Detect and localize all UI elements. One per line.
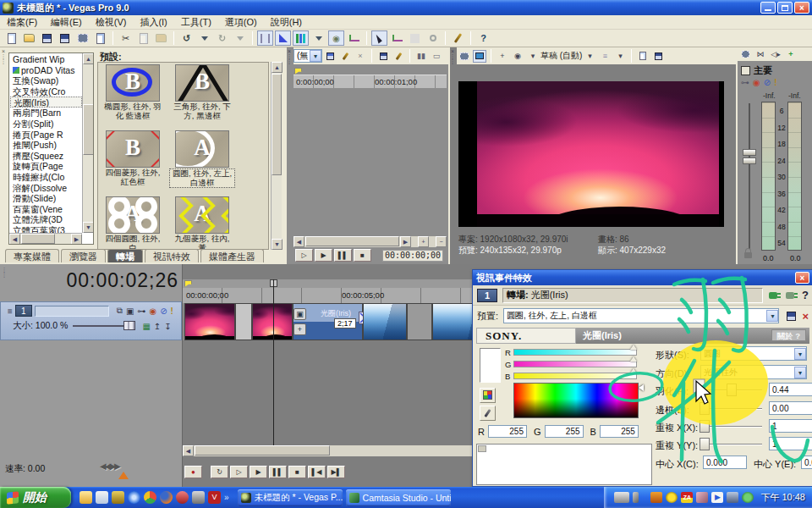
center-x-field[interactable] [703, 456, 747, 469]
menu-options[interactable]: 選項(O) [218, 14, 264, 30]
cut-icon[interactable] [118, 30, 134, 46]
zonealarm-tray-icon[interactable]: ZA [681, 492, 693, 503]
flag-tray-icon[interactable] [650, 492, 662, 503]
stop-button[interactable]: ■ [288, 466, 306, 478]
loop-button[interactable]: ↻ [211, 466, 228, 478]
properties-icon[interactable] [74, 30, 91, 46]
dialog-title-bar[interactable]: 視訊事件特效 × [473, 270, 812, 285]
scroll-left-icon[interactable]: ◀ [294, 236, 304, 247]
render-as-icon[interactable] [57, 30, 73, 46]
video-event-sunset[interactable] [252, 303, 293, 340]
parent-up-icon[interactable]: ↥ [154, 322, 161, 331]
vegas-launcher-icon[interactable]: V [208, 491, 221, 504]
antivirus-tray-icon[interactable] [666, 492, 678, 503]
preset-thumb-white-circles-icon[interactable]: A [106, 196, 160, 234]
green-value-field[interactable] [545, 425, 584, 438]
event-gap[interactable] [407, 303, 432, 340]
save-markers-icon[interactable] [376, 50, 390, 63]
repeat-y-value-field[interactable] [769, 437, 812, 450]
take-selector[interactable]: (無 ▾ [294, 49, 322, 63]
slider-marker-icon[interactable] [630, 368, 637, 373]
keyframe-slider-chip[interactable] [478, 445, 486, 452]
pen-icon[interactable] [633, 492, 639, 503]
keyframe-area[interactable] [476, 444, 652, 485]
list-item[interactable]: 百葉窗(Vene [10, 204, 82, 215]
solo-icon[interactable]: ! [774, 78, 776, 87]
add-media-from-cursor-icon[interactable]: ▮▮ [414, 50, 428, 63]
add-bus-icon[interactable]: + [784, 48, 798, 61]
event-fx-icon[interactable]: + [294, 323, 306, 335]
chevron-down-icon[interactable]: ▾ [310, 50, 321, 62]
center-y-field[interactable] [801, 456, 812, 469]
shape-select[interactable]: 圓圈 ▾ [700, 346, 807, 361]
volume-fader[interactable] [743, 149, 756, 166]
folder-icon[interactable] [80, 491, 92, 504]
trimmer-ruler[interactable]: 0:00:00;00 00:00:01;00 [294, 75, 447, 88]
selection-edit-tool-icon[interactable] [407, 30, 423, 46]
open-icon[interactable] [21, 30, 37, 46]
scroll-up-icon[interactable]: ▲ [272, 62, 283, 73]
border-slider-handle[interactable] [700, 402, 710, 415]
play-from-start-button[interactable]: ▷ [230, 466, 248, 478]
new-project-icon[interactable] [3, 30, 19, 46]
tab-project-media[interactable]: 專案媒體 [5, 249, 59, 262]
menu-help[interactable]: 說明(H) [264, 14, 309, 30]
scroll-left-icon[interactable]: ◀ [183, 445, 194, 456]
chevron-down-icon[interactable]: ▾ [766, 310, 778, 322]
video-event-mountains[interactable] [363, 303, 407, 340]
preset-vscrollbar[interactable]: ▲ ▼ [271, 62, 282, 250]
lock-envelopes-icon[interactable] [346, 30, 362, 46]
repeat-y-slider-handle[interactable] [700, 438, 710, 450]
menu-insert[interactable]: 插入(I) [133, 14, 173, 30]
overlays-icon[interactable]: ≡ [598, 50, 612, 63]
whats-this-help-icon[interactable] [475, 30, 491, 46]
menu-tools[interactable]: 工具(T) [174, 14, 218, 30]
track-fx-icon[interactable]: ⊶ [137, 306, 145, 316]
list-item[interactable]: 旋轉頁(Page [10, 161, 82, 172]
automation-gear-icon[interactable]: ◉ [149, 306, 156, 316]
auto-ripple-icon[interactable] [275, 30, 291, 46]
preview-quality-label[interactable]: 草稿 (自動) [540, 50, 582, 62]
list-item[interactable]: 交叉特效(Cro [10, 86, 82, 97]
redo-dropdown-icon[interactable] [232, 30, 248, 46]
document-icon[interactable] [96, 491, 108, 504]
blue-channel-slider[interactable] [513, 373, 637, 379]
copy-icon[interactable] [135, 30, 151, 46]
scroll-right-icon[interactable]: ▶ [400, 236, 411, 247]
chevron-down-icon[interactable]: ▾ [794, 367, 806, 378]
start-button[interactable]: 開始 [0, 487, 71, 508]
save-icon[interactable] [39, 30, 55, 46]
go-to-start-button[interactable]: ▌◀ [308, 466, 326, 478]
slider-marker-icon[interactable] [630, 356, 637, 362]
undo-icon[interactable]: ↺ [178, 30, 195, 46]
create-subclip-icon[interactable] [338, 50, 352, 63]
minimize-track-icon[interactable]: ≡ [8, 306, 13, 316]
update-tray-icon[interactable] [742, 492, 754, 503]
scroll-right-icon[interactable]: ▶ [71, 234, 82, 245]
direction-select[interactable]: 光圈往外 ▾ [700, 365, 807, 379]
fader-mode-icon[interactable]: ⊶ [741, 78, 749, 87]
preset-thumb-yellow-zigzag-icon[interactable]: A [175, 196, 229, 234]
preset-cell[interactable]: A 九個菱形, 往內, 黃 [169, 195, 235, 250]
preset-cell[interactable]: B 四個菱形, 往外, 紅色框 [100, 129, 166, 186]
trimmer-timecode[interactable]: 00:00:00;00 [382, 250, 443, 262]
timeline-hscrollbar[interactable]: ◀ [183, 445, 474, 456]
repeat-x-slider-track[interactable] [705, 426, 762, 427]
undo-dropdown-icon[interactable] [196, 30, 212, 46]
fx-chain-bar[interactable]: 轉場:光圈(Iris) [502, 288, 763, 303]
preset-cell-selected[interactable]: A 圓圈, 往外, 左上, 白邊框 [169, 129, 235, 188]
child-down-icon[interactable]: ↧ [164, 322, 171, 331]
preset-cell[interactable]: B 三角形, 往外, 下方, 黑邊框 [169, 63, 235, 120]
mute-icon[interactable]: ⊘ [764, 78, 771, 87]
trimmer-hscrollbar[interactable]: ◀ ▶ + − [294, 236, 447, 247]
compositing-mode-icon[interactable]: ▣ [126, 306, 134, 316]
pause-button[interactable]: ▌▌ [334, 249, 352, 262]
feather-slider-handle[interactable] [727, 384, 737, 396]
event-pan-crop-icon[interactable]: ▣ [294, 308, 306, 320]
bus-icon[interactable] [741, 66, 750, 75]
save-snapshot-icon[interactable] [651, 50, 665, 63]
list-item-selected[interactable]: 光圈(Iris) [10, 97, 82, 108]
shuttle-control[interactable]: ◀◀▶▶ [100, 461, 119, 471]
dialog-close-icon[interactable]: × [795, 272, 809, 284]
repeat-x-value-field[interactable] [769, 419, 812, 433]
